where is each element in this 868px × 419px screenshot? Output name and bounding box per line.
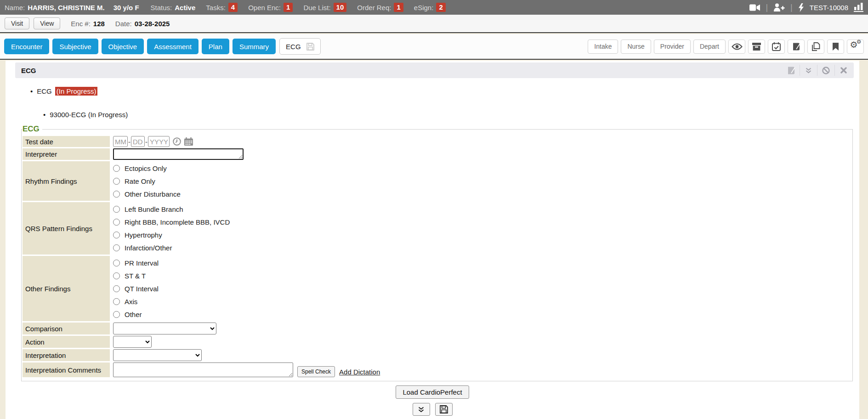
radio-icon[interactable] (113, 311, 120, 318)
nav-tab[interactable]: Plan (202, 39, 229, 54)
order-req-badge[interactable]: 1 (394, 3, 403, 12)
ecg-sub-status-label[interactable]: 93000-ECG (In Progress) (50, 111, 128, 119)
collapse-form-button[interactable] (413, 403, 430, 416)
nav-tab[interactable]: Encounter (4, 39, 49, 54)
copy-pages-icon-button[interactable] (807, 40, 824, 54)
encounter-nav-tabs: EncounterSubjectiveObjectiveAssessmentPl… (4, 39, 276, 54)
open-enc-counter[interactable]: Open Enc: 1 (248, 3, 293, 12)
comparison-row: Comparison (23, 323, 851, 334)
bar-chart-icon[interactable] (854, 3, 863, 12)
bullet: • (43, 111, 45, 119)
bookmark-icon-button[interactable] (827, 40, 844, 54)
rhythm-findings-row: Rhythm Findings Ectopics Only Rate Only … (23, 161, 851, 201)
other-finding-option[interactable]: ST & T (113, 269, 146, 282)
esign-counter[interactable]: eSign: 2 (414, 3, 446, 12)
stage-button[interactable]: Provider (654, 40, 691, 54)
load-cardioperfect-button[interactable]: Load CardioPerfect (396, 385, 469, 399)
rhythm-finding-option[interactable]: Other Disturbance (113, 187, 181, 200)
patient-status: Status: Active (151, 4, 196, 11)
nav-tab[interactable]: Assessment (147, 39, 199, 54)
radio-icon[interactable] (113, 285, 120, 292)
ecg-section-header: ECG (15, 62, 854, 78)
interpreter-input[interactable] (113, 148, 244, 160)
rhythm-finding-option[interactable]: Rate Only (113, 175, 155, 187)
save-icon-disabled (306, 43, 314, 51)
interpretation-row: Interpretation (23, 349, 851, 361)
time-clock-icon[interactable] (173, 137, 181, 146)
radio-icon[interactable] (113, 206, 120, 213)
stage-buttons: IntakeNurseProviderDepart (588, 40, 726, 54)
test-date-day-input[interactable] (131, 136, 145, 147)
settings-gears-icon-button[interactable]: ⚙⚙ (847, 40, 864, 54)
calendar-picker-icon[interactable] (184, 137, 193, 146)
comparison-label: Comparison (23, 323, 110, 334)
rhythm-finding-option[interactable]: Ectopics Only (113, 162, 167, 175)
add-dictation-link[interactable]: Add Dictation (339, 368, 380, 377)
lightning-bolt-icon[interactable] (798, 3, 804, 12)
journal-icon-button[interactable] (788, 40, 805, 54)
other-finding-option[interactable]: PR Interval (113, 256, 159, 269)
interpretation-comments-row: Interpretation Comments Spell Check Add … (23, 362, 851, 377)
other-finding-option[interactable]: Axis (113, 295, 137, 308)
stage-button[interactable]: Nurse (621, 40, 651, 54)
journal-icon[interactable] (783, 67, 800, 74)
name-label: Name: (5, 4, 25, 11)
ecg-status-label[interactable]: ECG (37, 87, 52, 95)
stage-button[interactable]: Depart (693, 40, 726, 54)
radio-icon[interactable] (113, 178, 120, 185)
close-section-icon[interactable] (835, 67, 852, 74)
test-date-row: Test date - - (23, 136, 851, 147)
video-camera-icon[interactable] (749, 4, 760, 11)
nav-tab[interactable]: Summary (233, 39, 276, 54)
archive-box-icon-button[interactable] (748, 40, 765, 54)
cancel-section-icon[interactable] (817, 67, 834, 74)
open-enc-badge[interactable]: 1 (284, 3, 293, 12)
due-list-badge[interactable]: 10 (334, 3, 347, 12)
order-req-counter[interactable]: Order Req: 1 (357, 3, 403, 12)
qrs-pattern-option[interactable]: Infarction/Other (113, 241, 172, 254)
radio-icon[interactable] (113, 191, 120, 198)
spell-check-button[interactable]: Spell Check (297, 366, 335, 377)
in-progress-badge: (In Progress) (55, 87, 98, 96)
interpretation-select[interactable] (113, 349, 202, 361)
comparison-select[interactable] (113, 323, 216, 334)
ecg-status-item[interactable]: • ECG (In Progress) (30, 87, 859, 96)
tasks-counter[interactable]: Tasks: 4 (206, 3, 238, 12)
radio-icon[interactable] (113, 244, 120, 251)
other-finding-option[interactable]: QT Interval (113, 282, 159, 295)
radio-icon[interactable] (113, 232, 120, 238)
nav-tab[interactable]: Subjective (52, 39, 98, 54)
interpreter-label: Interpreter (23, 148, 110, 160)
encounter-toolbar: EncounterSubjectiveObjectiveAssessmentPl… (0, 34, 868, 60)
add-person-icon[interactable] (773, 3, 785, 11)
radio-icon[interactable] (113, 272, 120, 279)
qrs-pattern-option[interactable]: Left Bundle Branch (113, 203, 183, 215)
nav-tab[interactable]: Objective (102, 39, 144, 54)
test-date-month-input[interactable] (113, 136, 128, 147)
qrs-pattern-option[interactable]: Hypertrophy (113, 228, 162, 241)
interpretation-comments-input[interactable] (113, 362, 293, 377)
radio-icon[interactable] (113, 260, 120, 266)
other-finding-option[interactable]: Other (113, 308, 142, 321)
eye-icon-button[interactable] (728, 40, 745, 54)
encounter-date: Date: 03-28-2025 (115, 20, 170, 28)
view-button[interactable]: View (34, 17, 60, 29)
esign-badge[interactable]: 2 (436, 3, 445, 12)
save-form-button[interactable] (435, 403, 453, 416)
encounter-number: Enc #: 128 (71, 20, 105, 28)
due-list-counter[interactable]: Due List: 10 (303, 3, 346, 12)
calendar-check-icon-button[interactable] (768, 40, 785, 54)
radio-icon[interactable] (113, 298, 120, 305)
visit-button[interactable]: Visit (5, 17, 29, 29)
ecg-sub-status-item[interactable]: • 93000-ECG (In Progress) (43, 111, 859, 119)
radio-icon[interactable] (113, 219, 120, 226)
collapse-section-icon[interactable] (800, 68, 817, 74)
stage-button[interactable]: Intake (588, 40, 618, 54)
tasks-badge[interactable]: 4 (228, 3, 238, 12)
ecg-tab[interactable]: ECG (279, 38, 321, 55)
test-date-year-input[interactable] (148, 136, 170, 147)
radio-icon[interactable] (113, 165, 120, 172)
qrs-pattern-option[interactable]: Right BBB, Incomplete BBB, IVCD (113, 215, 230, 228)
content-panel: ECG • ECG (In Progress) • (6, 61, 859, 419)
action-select[interactable] (113, 336, 152, 348)
